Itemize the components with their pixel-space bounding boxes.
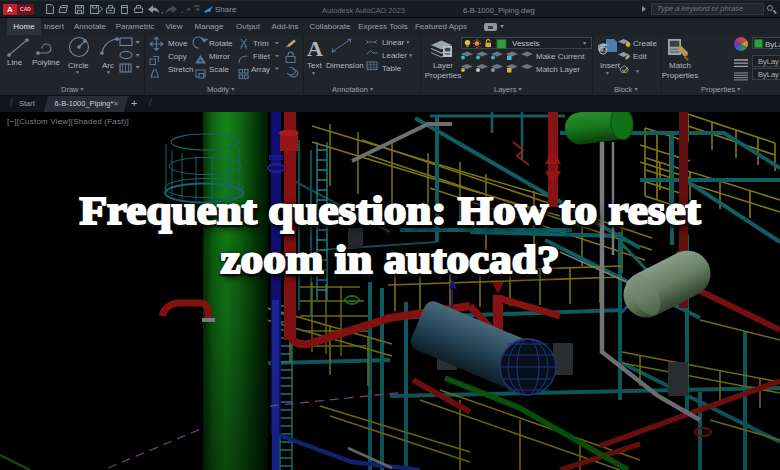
svg-text:A: A <box>307 36 323 61</box>
